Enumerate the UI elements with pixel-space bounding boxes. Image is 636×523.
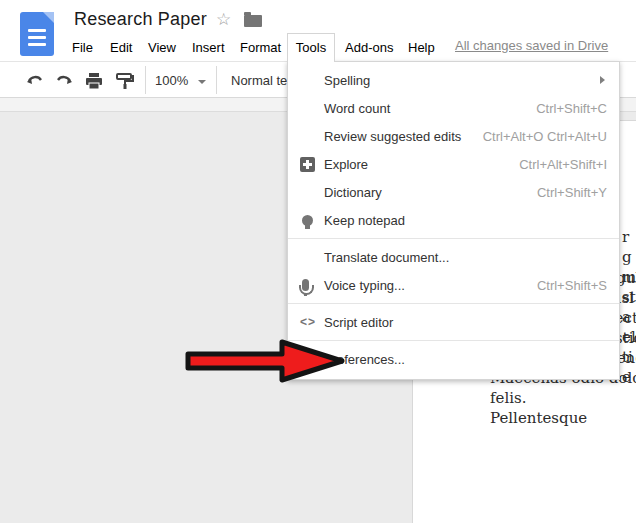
submenu-arrow-icon [600,76,605,84]
clipped-text-fragment: e [622,367,636,387]
clipped-text-fragment: st [622,287,636,307]
menu-separator [288,303,619,304]
menu-item-label: Explore [324,157,519,172]
menubar-item-edit[interactable]: Edit [110,37,132,58]
lightbulb-icon [302,215,313,226]
menu-item-spelling[interactable]: Spelling [288,66,619,94]
document-text-line: felis. [490,388,636,408]
logo-line [28,36,46,39]
zoom-select[interactable]: 100% [155,70,213,92]
logo-line [28,29,46,32]
document-text-line: Pellentesque [490,408,636,428]
menubar-item-addons[interactable]: Add-ons [345,37,393,58]
print-button[interactable] [83,70,105,92]
logo-line [28,43,46,46]
microphone-icon [302,279,309,291]
paint-format-button[interactable] [113,70,135,92]
menu-shortcut: Ctrl+Shift+C [536,101,619,116]
menubar-item-file[interactable]: File [72,37,93,58]
menubar-item-tools-open[interactable]: Tools [287,33,335,62]
logo-fold [43,12,54,23]
clipped-text-fragment: g [622,247,636,267]
chevron-down-icon [198,80,206,84]
star-icon[interactable]: ☆ [216,10,231,30]
menu-item-explore[interactable]: Explore Ctrl+Alt+Shift+I [288,150,619,178]
redo-button[interactable] [53,70,75,92]
folder-icon[interactable] [244,15,262,27]
menu-shortcut: Ctrl+Alt+O Ctrl+Alt+U [483,129,619,144]
tools-menu: Spelling Word count Ctrl+Shift+C Review … [287,61,620,380]
red-arrow-annotation [184,336,348,390]
toolbar-separator [216,66,217,94]
clipped-text-fragment: r [622,227,636,247]
menu-item-voice-typing[interactable]: Voice typing... Ctrl+Shift+S [288,271,619,299]
code-icon: <> [300,315,316,329]
menu-shortcut: Ctrl+Shift+Y [537,185,619,200]
menu-separator [288,238,619,239]
menu-item-script-editor[interactable]: <> Script editor [288,308,619,336]
clipped-text-fragment: m [622,267,636,287]
menubar-item-help[interactable]: Help [408,37,435,58]
menu-item-review-suggested-edits[interactable]: Review suggested edits Ctrl+Alt+O Ctrl+A… [288,122,619,150]
zoom-value: 100% [155,73,188,88]
menu-item-word-count[interactable]: Word count Ctrl+Shift+C [288,94,619,122]
menubar-item-insert[interactable]: Insert [192,37,225,58]
menubar-item-format[interactable]: Format [240,37,281,58]
menu-shortcut: Ctrl+Shift+S [537,278,619,293]
menu-item-label: Translate document... [324,250,619,265]
clipped-text-fragment: a [622,307,636,327]
menu-item-label: Voice typing... [324,278,537,293]
menu-item-keep-notepad[interactable]: Keep notepad [288,206,619,234]
menu-item-label: Spelling [324,73,600,88]
clipped-text-fragment: ti [622,347,636,367]
undo-button[interactable] [24,70,46,92]
all-changes-saved-link[interactable]: All changes saved in Drive [455,38,608,53]
google-docs-logo-icon[interactable] [20,12,54,56]
toolbar-separator [145,66,146,94]
menu-item-label: Preferences... [324,352,619,367]
menu-shortcut: Ctrl+Alt+Shift+I [519,157,619,172]
menu-item-translate-document[interactable]: Translate document... [288,243,619,271]
menu-item-label: Dictionary [324,185,537,200]
clipped-text-fragment: el [622,327,636,347]
menubar-item-view[interactable]: View [148,37,176,58]
google-docs-window: Research Paper ☆ File Edit View Insert F… [0,0,636,523]
menu-item-label: Script editor [324,315,619,330]
explore-icon [300,157,315,172]
document-title[interactable]: Research Paper [74,9,207,30]
header: Research Paper ☆ File Edit View Insert F… [0,0,636,61]
menu-item-dictionary[interactable]: Dictionary Ctrl+Shift+Y [288,178,619,206]
menu-item-label: Review suggested edits [324,129,483,144]
menu-item-label: Word count [324,101,536,116]
menu-item-label: Keep notepad [324,213,619,228]
